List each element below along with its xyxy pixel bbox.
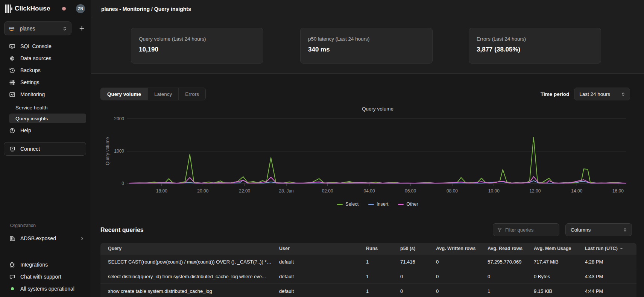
table-row[interactable]: SELECT CAST(round(pow(count() / max(coun… [100,254,636,269]
col-header-avg-written-rows[interactable]: Avg. Written rows [428,246,480,251]
stat-value: 340 ms [308,46,425,53]
funnel-icon [497,227,502,232]
legend-swatch-other [398,204,404,205]
svg-text:28. Jun: 28. Jun [279,188,293,194]
sidebar-item-monitoring[interactable]: Monitoring [0,88,91,100]
sidebar-item-label: Monitoring [20,91,45,97]
chevrons-updown-icon [62,26,67,31]
svg-text:20:00: 20:00 [197,188,208,194]
col-header-avg-read-rows[interactable]: Avg. Read rows [480,246,526,251]
table-row[interactable]: show create table system.distributed_cac… [100,283,636,297]
sidebar-item-chat-support[interactable]: Chat with support [0,271,91,283]
cell-last-run: 4:28 PM [577,259,636,265]
stat-label: Errors (Last 24 hours) [477,36,593,42]
tab-query-volume[interactable]: Query volume [101,88,148,100]
sidebar-footer: Integrations Chat with support All syste… [0,259,91,295]
cell-avg-read: 0 [480,274,526,279]
cell-p50: 0 [393,274,428,279]
add-service-button[interactable] [77,24,87,33]
stat-value: 10,190 [139,46,255,53]
cell-avg-read: 1 [480,288,526,294]
cell-avg-written: 0 [428,288,480,294]
system-status-label: All systems operational [20,286,74,292]
col-header-last-run[interactable]: Last run (UTC) [577,246,636,251]
tab-latency[interactable]: Latency [148,88,179,100]
cell-runs: 1 [358,288,393,294]
table-row[interactable]: select distrinct(query_id) from system.d… [100,269,636,283]
legend-item-select[interactable]: Select [337,202,358,207]
stat-card-errors: Errors (Last 24 hours) 3,877 (38.05%) [469,28,601,64]
avatar[interactable]: ZN [76,4,85,13]
legend-label: Select [345,202,358,207]
col-header-p50[interactable]: p50 (s) [393,246,428,251]
legend-label: Other [406,202,418,207]
stats-band: Query volume (Last 24 hours) 10,190 p50 … [91,18,644,74]
columns-select[interactable]: Columns [565,223,632,236]
sidebar-item-system-status[interactable]: All systems operational [0,283,91,295]
legend-item-other[interactable]: Other [398,202,418,207]
top-header: planes - Monitoring / Query insights [91,0,644,18]
connect-label: Connect [20,146,40,152]
service-name: planes [20,26,62,32]
sidebar-item-settings[interactable]: Settings [0,76,91,88]
svg-text:02:00: 02:00 [322,188,333,194]
organization-item[interactable]: ADSB.exposed [0,232,91,244]
sidebar-item-integrations[interactable]: Integrations [0,259,91,271]
organization-name: ADSB.exposed [20,235,56,241]
chat-bubble-icon [9,274,15,280]
chevron-right-icon [80,236,85,241]
sidebar-item-label: SQL Console [20,43,52,49]
connect-button[interactable]: Connect [4,142,86,156]
building-icon [9,235,15,242]
sidebar-item-query-insights[interactable]: Query insights [9,114,86,123]
sidebar-item-label: Backups [20,67,41,73]
clickhouse-logo[interactable]: ClickHouse [5,5,50,13]
clock-restore-icon [9,67,15,74]
sidebar-item-data-sources[interactable]: Data sources [0,52,91,64]
chart-legend: Select Insert Other [129,202,626,207]
aws-logo-icon: aws [9,26,14,31]
chevrons-updown-icon [621,92,626,97]
plus-icon [79,26,85,31]
cell-avg-mem: 717.47 MiB [526,259,577,265]
sidebar-item-label: Data sources [20,55,51,61]
legend-item-insert[interactable]: Insert [368,202,388,207]
sidebar-item-sql-console[interactable]: SQL Console [0,40,91,52]
col-header-user[interactable]: User [272,246,358,251]
clickhouse-logo-icon [5,5,12,13]
recent-queries-title: Recent queries [100,227,144,233]
cell-query: select distrinct(query_id) from system.d… [100,274,272,279]
sidebar-item-label: Help [20,127,31,133]
legend-swatch-select [337,204,343,205]
time-period-label: Time period [541,91,569,97]
service-selector[interactable]: aws planes [4,21,71,35]
svg-text:06:00: 06:00 [405,188,416,194]
brand-name: ClickHouse [15,5,50,12]
col-header-query[interactable]: Query [100,246,272,251]
stat-value: 3,877 (38.05%) [477,46,593,53]
sidebar-item-service-health[interactable]: Service health [0,102,91,114]
sidebar-subitem-label: Service health [15,105,48,111]
filter-queries-input[interactable] [505,227,550,233]
organization-heading: Organization [10,223,36,228]
cell-last-run: 4:43 PM [577,274,636,279]
cell-avg-read: 57,295,770,069 [480,259,526,265]
sliders-icon [9,79,15,86]
col-header-avg-mem-usage[interactable]: Avg. Mem Usage [526,246,577,251]
time-period-select[interactable]: Last 24 hours [574,88,630,100]
col-header-runs[interactable]: Runs [358,246,393,251]
brand-row: ClickHouse ZN [5,4,86,14]
puzzle-icon [9,262,15,268]
svg-text:2000: 2000 [114,116,124,121]
recent-queries-table: Query User Runs p50 (s) Avg. Written row… [100,243,636,297]
svg-text:14:00: 14:00 [571,188,582,194]
table-header-row: Query User Runs p50 (s) Avg. Written row… [100,243,636,254]
stat-label: p50 latency (Last 24 hours) [308,36,425,42]
cell-avg-written: 0 [428,259,480,265]
stat-card-p50-latency: p50 latency (Last 24 hours) 340 ms [300,28,433,64]
tab-errors[interactable]: Errors [179,88,205,100]
sidebar-item-backups[interactable]: Backups [0,64,91,76]
main-area: planes - Monitoring / Query insights Que… [91,0,644,297]
sidebar-item-help[interactable]: Help [0,124,91,136]
svg-text:08:00: 08:00 [447,188,458,194]
